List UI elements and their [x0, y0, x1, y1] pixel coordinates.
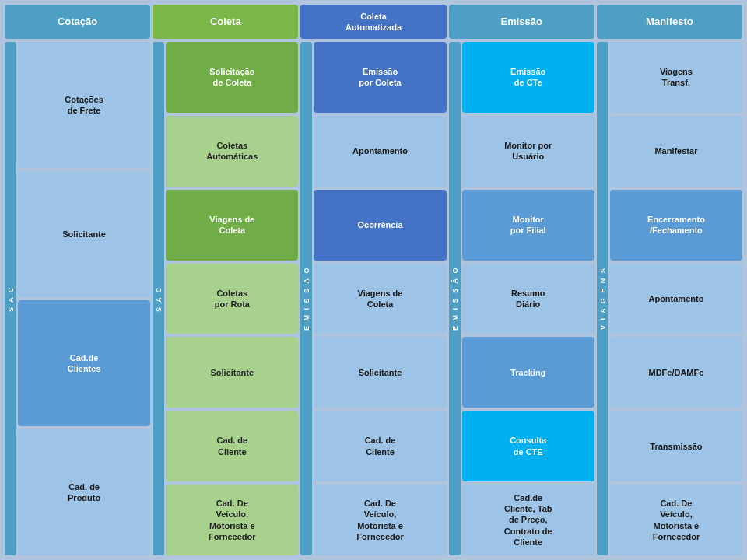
card-solicitante-coleta[interactable]: Solicitante — [166, 337, 298, 408]
cotacao-cards: Cotaçõesde Frete Solicitante Cad.deClien… — [18, 42, 150, 555]
col-emissao: E M I S S Ã O Emissãode CTe Monitor porU… — [449, 42, 594, 555]
emissao-label-coleta-auto: E M I S S Ã O — [300, 42, 312, 555]
card-resumo-diario[interactable]: ResumoDiário — [462, 264, 594, 334]
header-emissao: Emissão — [449, 5, 594, 39]
card-encerramento[interactable]: Encerramento/Fechamento — [610, 190, 742, 261]
card-cad-veiculo-man[interactable]: Cad. DeVeículo,Motorista eFornecedor — [610, 485, 742, 555]
card-apontamento-auto[interactable]: Apontamento — [314, 116, 446, 187]
card-monitor-usuario[interactable]: Monitor porUsuário — [462, 116, 594, 187]
emissao-label-emissao: E M I S S Ã O — [449, 42, 461, 555]
card-mdfe-damfe[interactable]: MDFe/DAMFe — [610, 337, 742, 408]
card-coletas-rota[interactable]: Coletaspor Rota — [166, 264, 298, 334]
body-area: S A C Cotaçõesde Frete Solicitante Cad.d… — [0, 39, 747, 560]
card-solicitacao-coleta[interactable]: Solicitaçãode Coleta — [166, 42, 298, 113]
card-solicitante-auto[interactable]: Solicitante — [314, 337, 446, 408]
col-coleta-auto: E M I S S Ã O Emissãopor Coleta Apontame… — [300, 42, 446, 555]
header-manifesto: Manifesto — [597, 5, 742, 39]
col-cotacao: S A C Cotaçõesde Frete Solicitante Cad.d… — [5, 42, 150, 555]
card-cad-clientes[interactable]: Cad.deClientes — [18, 300, 150, 426]
card-cad-cliente-auto[interactable]: Cad. deCliente — [314, 411, 446, 481]
card-viagens-coleta[interactable]: Viagens deColeta — [166, 190, 298, 261]
card-coletas-automaticas[interactable]: ColetasAutomáticas — [166, 116, 298, 187]
card-viagens-coleta-auto[interactable]: Viagens deColeta — [314, 264, 446, 334]
card-cad-cliente-emissao[interactable]: Cad.deCliente, Tabde Preço,Contrato deCl… — [462, 485, 594, 555]
card-emissao-cte[interactable]: Emissãode CTe — [462, 42, 594, 113]
card-transmissao[interactable]: Transmissão — [610, 411, 742, 481]
card-cad-produto[interactable]: Cad. deProduto — [18, 429, 150, 555]
card-consulta-cte[interactable]: Consultade CTE — [462, 411, 594, 481]
card-viagens-transf[interactable]: ViagensTransf. — [610, 42, 742, 113]
coleta-auto-cards: Emissãopor Coleta Apontamento Ocorrência… — [314, 42, 446, 555]
card-solicitante-cotacao[interactable]: Solicitante — [18, 171, 150, 297]
card-cad-veiculo-auto[interactable]: Cad. DeVeículo,Motorista eFornecedor — [314, 485, 446, 555]
emissao-cards: Emissãode CTe Monitor porUsuário Monitor… — [462, 42, 594, 555]
header-row: Cotação Coleta ColetaAutomatizada Emissã… — [0, 0, 747, 39]
coleta-cards: Solicitaçãode Coleta ColetasAutomáticas … — [166, 42, 298, 555]
card-manifestar[interactable]: Manifestar — [610, 116, 742, 187]
card-apontamento-man[interactable]: Apontamento — [610, 264, 742, 334]
header-coleta-auto: ColetaAutomatizada — [300, 5, 446, 39]
card-cotacoes-frete[interactable]: Cotaçõesde Frete — [18, 42, 150, 168]
card-emissao-coleta[interactable]: Emissãopor Coleta — [314, 42, 446, 113]
sac-label-coleta: S A C — [153, 42, 164, 555]
card-tracking[interactable]: Tracking — [462, 337, 594, 408]
viagens-label-manifesto: V I A G E N S — [597, 42, 608, 555]
sac-label-cotacao: S A C — [5, 42, 16, 555]
col-coleta: S A C Solicitaçãode Coleta ColetasAutomá… — [153, 42, 298, 555]
card-monitor-filial[interactable]: Monitorpor Filial — [462, 190, 594, 261]
card-cad-veiculo-coleta[interactable]: Cad. DeVeículo,Motorista eFornecedor — [166, 485, 298, 555]
col-manifesto: V I A G E N S ViagensTransf. Manifestar … — [597, 42, 742, 555]
card-ocorrencia[interactable]: Ocorrência — [314, 190, 446, 261]
manifesto-cards: ViagensTransf. Manifestar Encerramento/F… — [610, 42, 742, 555]
header-coleta: Coleta — [153, 5, 298, 39]
header-cotacao: Cotação — [5, 5, 150, 39]
card-cad-cliente-coleta[interactable]: Cad. deCliente — [166, 411, 298, 481]
